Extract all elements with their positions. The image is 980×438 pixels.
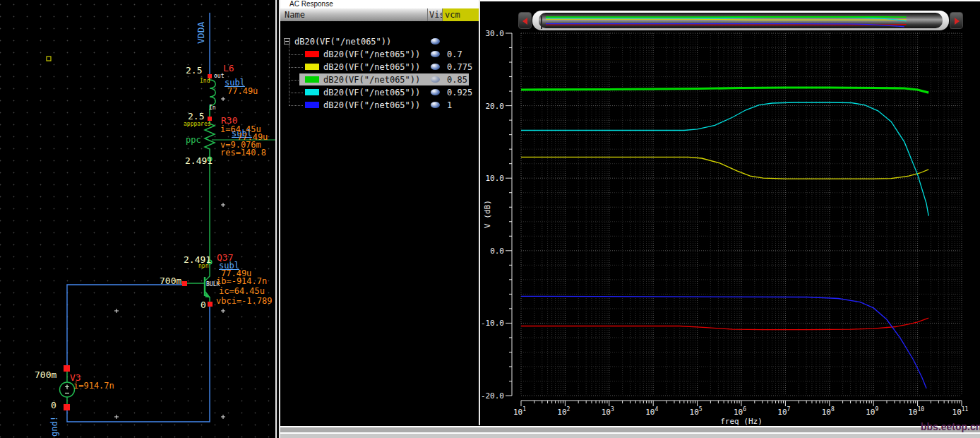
net-label-vdda: VDDA <box>196 22 206 44</box>
signal-name: dB20(VF("/net065")) <box>323 100 420 110</box>
trace-color-swatch[interactable] <box>305 76 319 83</box>
x-tick-label: 109 <box>866 406 878 417</box>
trace-vcm-0.7[interactable] <box>521 318 928 329</box>
ac-response-plot: 30.020.010.00.0-10.0-20.0101102103104105… <box>480 0 980 438</box>
param-vbci: vbci=-1.789 <box>216 296 272 306</box>
signal-group-row[interactable]: dB20(VF("/net065")) <box>280 35 479 48</box>
signal-name: dB20(VF("/net065")) <box>323 62 420 72</box>
param-ic: ic=64.45u <box>219 286 265 296</box>
pin-label-out: out <box>214 73 224 79</box>
y-tick-label: 0.0 <box>490 247 504 256</box>
instance-name-l6: L6 <box>223 63 234 73</box>
signal-name: dB20(VF("/net065")) <box>323 75 420 85</box>
panel-title: AC Response <box>280 0 479 8</box>
signal-row[interactable]: dB20(VF("/net065"))0.85 <box>280 73 479 86</box>
watermark: bbs.eetop.cn <box>921 421 980 432</box>
trace-color-swatch[interactable] <box>305 89 319 95</box>
wire-feedback-loop[interactable] <box>67 285 210 422</box>
ac-response-panel: AC Response Name Vis vcm dB20(VF("/net06… <box>280 0 479 438</box>
node-voltage: 2.5 <box>186 65 202 76</box>
visibility-eye-icon[interactable] <box>431 89 440 95</box>
panner-track[interactable] <box>532 11 949 30</box>
visibility-eye-icon[interactable] <box>431 102 440 108</box>
minimap-trace <box>546 19 907 20</box>
sweep-value: 0.7 <box>447 49 462 59</box>
trace-color-swatch[interactable] <box>305 51 319 57</box>
collapse-icon[interactable] <box>284 38 290 45</box>
pin-label-ind: Ind <box>200 78 210 84</box>
x-tick-label: 106 <box>734 406 746 417</box>
x-tick-label: 101 <box>513 406 526 417</box>
signal-row[interactable]: dB20(VF("/net065"))0.925 <box>280 86 479 99</box>
instance-name-ppc: ppc <box>186 135 201 145</box>
y-tick-label: -20.0 <box>481 391 504 401</box>
param-ib: ib=-914.7n <box>216 276 267 286</box>
sweep-value: 1 <box>447 100 452 110</box>
x-tick-label: 102 <box>557 406 570 417</box>
signal-tree: dB20(VF("/net065"))dB20(VF("/net065"))0.… <box>280 35 479 112</box>
trace-color-swatch[interactable] <box>305 64 319 70</box>
y-tick-label: 30.0 <box>486 29 505 38</box>
signal-row[interactable]: dB20(VF("/net065"))0.775 <box>280 61 479 73</box>
visibility-eye-icon[interactable] <box>431 64 440 70</box>
node-voltage: 2.491 <box>185 155 213 166</box>
signal-name: dB20(VF("/net065")) <box>323 49 420 59</box>
x-tick-label: 104 <box>645 406 658 417</box>
node-voltage: 0 <box>201 300 206 310</box>
pin-label-npn: npn <box>198 263 208 269</box>
x-tick-label: 105 <box>690 406 703 417</box>
y-axis-title: V (dB) <box>483 200 492 228</box>
left-arrow-icon <box>522 18 527 25</box>
signal-group-name: dB20(VF("/net065")) <box>294 37 391 47</box>
signal-row[interactable]: dB20(VF("/net065"))0.7 <box>280 48 479 61</box>
y-tick-label: 10.0 <box>486 174 505 183</box>
sweep-value: 0.925 <box>447 88 472 97</box>
right-arrow-icon <box>955 18 960 25</box>
node-voltage: 2.5 <box>188 111 204 122</box>
signal-name: dB20(VF("/net065")) <box>323 88 420 97</box>
schematic-panel[interactable]: VDDA2.5outIndL6subl77.49u2.5InappparesR3… <box>0 0 275 438</box>
window-border <box>275 0 280 438</box>
visibility-eye-icon[interactable] <box>431 51 440 57</box>
plot-panel: 30.020.010.00.0-10.0-20.0101102103104105… <box>479 0 980 438</box>
visibility-eye-icon[interactable] <box>431 38 440 45</box>
plot-panner-scrollbar <box>518 11 964 30</box>
column-header-vcm[interactable]: vcm <box>443 8 479 21</box>
net-label-gnd: gnd! <box>49 416 59 437</box>
pin-label-in: In <box>209 105 216 111</box>
signal-row[interactable]: dB20(VF("/net065"))1 <box>280 99 479 112</box>
minimap-trace <box>546 25 907 25</box>
unconnected-pin-marker <box>47 57 51 61</box>
x-tick-label: 1011 <box>952 406 969 417</box>
scroll-left-button[interactable] <box>518 12 532 29</box>
x-tick-label: 107 <box>777 406 790 417</box>
y-tick-label: 20.0 <box>486 102 505 111</box>
curve-minimap <box>543 13 938 28</box>
param-res: res=140.8 <box>220 148 266 158</box>
column-header-name: Name <box>285 10 305 20</box>
trace-vcm-0.85[interactable] <box>521 88 928 93</box>
trace-color-swatch[interactable] <box>305 102 319 108</box>
panner-thumb[interactable] <box>539 13 943 28</box>
sweep-value: 0.85 <box>447 75 467 85</box>
trace-vcm-0.775[interactable] <box>521 157 928 179</box>
node-voltage: 700m <box>35 369 56 380</box>
y-tick-label: -10.0 <box>481 319 504 328</box>
x-tick-label: 103 <box>602 406 614 417</box>
column-divider <box>427 8 428 21</box>
horizontal-scrollbar[interactable] <box>280 425 980 438</box>
x-tick-label: 108 <box>822 406 835 417</box>
pin-label-apppares: apppares <box>184 121 211 127</box>
scroll-right-button[interactable] <box>950 12 963 29</box>
trace-vcm-0.925[interactable] <box>521 102 928 216</box>
minimap-trace <box>546 24 904 27</box>
param-value: 77.49u <box>227 86 258 96</box>
x-tick-label: 1010 <box>908 406 924 417</box>
signal-table-header: Name Vis vcm <box>280 8 479 21</box>
param-current: i=914.7n <box>73 381 114 391</box>
visibility-eye-icon[interactable] <box>431 76 440 83</box>
node-voltage: 700m <box>160 276 181 286</box>
node-voltage: 0 <box>51 400 56 410</box>
sweep-value: 0.775 <box>447 62 472 72</box>
plot-curves <box>521 88 928 389</box>
